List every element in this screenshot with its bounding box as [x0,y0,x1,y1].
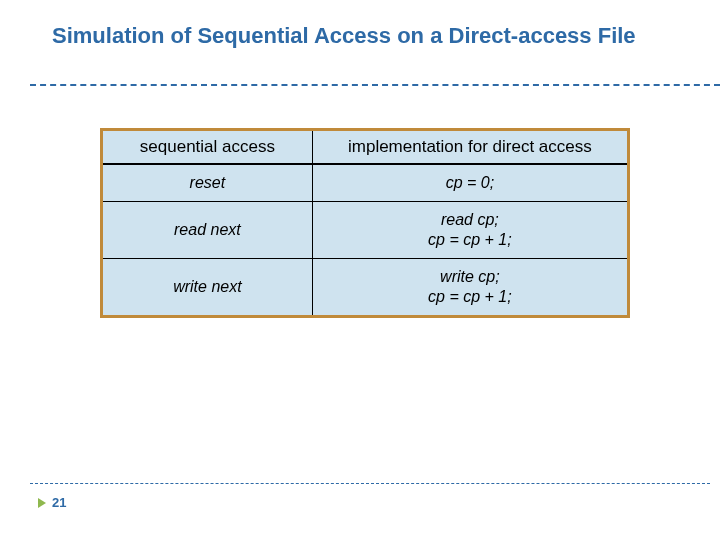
op-cell: read next [102,202,313,259]
impl-cell: write cp; cp = cp + 1; [312,259,628,317]
table-header-row: sequential access implementation for dir… [102,130,629,165]
page-indicator: 21 [38,495,66,510]
slide-title: Simulation of Sequential Access on a Dir… [52,22,690,50]
impl-cell: cp = 0; [312,164,628,202]
page-number: 21 [52,495,66,510]
slide: Simulation of Sequential Access on a Dir… [0,0,720,540]
op-cell: write next [102,259,313,317]
access-table: sequential access implementation for dir… [100,128,630,318]
header-sequential: sequential access [102,130,313,165]
impl-cell: read cp; cp = cp + 1; [312,202,628,259]
table-row: read next read cp; cp = cp + 1; [102,202,629,259]
footer-divider [30,483,710,484]
title-underline [30,84,720,86]
impl-line: write cp; [323,267,617,287]
impl-line: cp = cp + 1; [323,230,617,250]
table-row: reset cp = 0; [102,164,629,202]
table-row: write next write cp; cp = cp + 1; [102,259,629,317]
impl-line: read cp; [323,210,617,230]
op-cell: reset [102,164,313,202]
triangle-icon [38,498,46,508]
header-implementation: implementation for direct access [312,130,628,165]
impl-line: cp = cp + 1; [323,287,617,307]
impl-line: cp = 0; [323,173,617,193]
table: sequential access implementation for dir… [100,128,630,318]
